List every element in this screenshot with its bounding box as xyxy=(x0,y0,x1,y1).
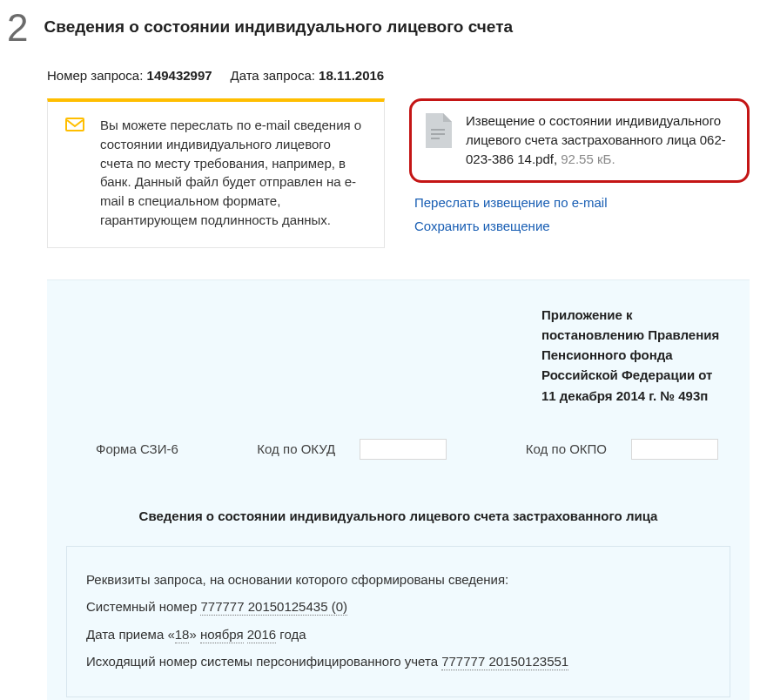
accept-date-label-pre: Дата приема « xyxy=(86,627,175,642)
accept-date-label-mid: » xyxy=(189,627,200,642)
request-details-intro: Реквизиты запроса, на основании которого… xyxy=(86,566,710,594)
request-meta: Номер запроса: 149432997 Дата запроса: 1… xyxy=(0,47,760,98)
svg-rect-3 xyxy=(431,138,440,139)
okud-label: Код по ОКУД xyxy=(257,441,335,456)
request-number-value: 149432997 xyxy=(147,68,212,83)
accept-month: ноября xyxy=(200,627,244,643)
request-date-label: Дата запроса: xyxy=(231,68,315,83)
svg-rect-1 xyxy=(431,129,445,131)
form-code-label: Форма СЗИ-6 xyxy=(96,441,178,456)
step-number: 2 xyxy=(7,9,28,47)
forward-email-link[interactable]: Переслать извещение по e-mail xyxy=(414,195,750,210)
document-preview-panel: Приложение к постановлению Правления Пен… xyxy=(47,279,750,701)
accept-date-label-post: года xyxy=(276,627,306,642)
system-number-label: Системный номер xyxy=(86,599,200,614)
document-icon xyxy=(424,113,452,148)
svg-rect-0 xyxy=(66,118,84,131)
okpo-label: Код по ОКПО xyxy=(526,441,607,456)
annex-text: Приложение к постановлению Правления Пен… xyxy=(541,305,722,406)
okud-field xyxy=(360,439,447,460)
accept-year: 2016 xyxy=(247,627,276,643)
system-number-value: 777777 20150125435 (0) xyxy=(200,599,347,616)
document-title: Сведения о состоянии индивидуального лиц… xyxy=(54,508,743,523)
email-info-text: Вы можете переслать по e-mail сведения о… xyxy=(100,116,367,230)
file-size: 92.55 кБ. xyxy=(561,151,615,166)
outgoing-number-label: Исходящий номер системы персонифицирован… xyxy=(86,654,441,669)
request-date-value: 18.11.2016 xyxy=(319,68,384,83)
page-title: Сведения о состоянии индивидуального лиц… xyxy=(44,9,513,37)
okpo-field xyxy=(631,439,718,460)
email-info-card: Вы можете переслать по e-mail сведения о… xyxy=(47,98,385,248)
request-details-box: Реквизиты запроса, на основании которого… xyxy=(66,546,730,697)
file-attachment[interactable]: Извещение о состоянии индивидуального ли… xyxy=(409,98,750,183)
accept-day: 18 xyxy=(175,627,190,643)
svg-rect-2 xyxy=(431,133,445,135)
mail-icon xyxy=(65,118,84,131)
request-number-label: Номер запроса: xyxy=(47,68,143,83)
save-file-link[interactable]: Сохранить извещение xyxy=(414,219,750,233)
outgoing-number-value: 777777 20150123551 xyxy=(441,654,568,670)
